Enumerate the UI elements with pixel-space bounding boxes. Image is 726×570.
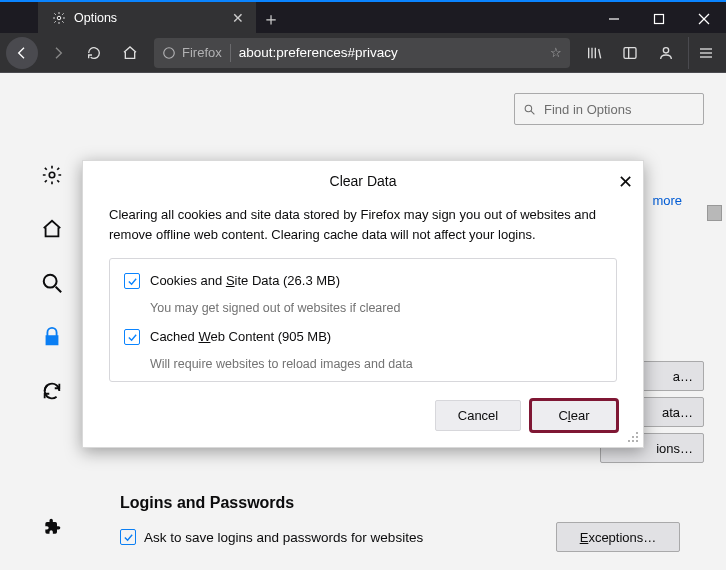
reload-button[interactable] bbox=[78, 37, 110, 69]
option-cookies-label: Cookies and Site Data (26.3 MB) bbox=[150, 273, 340, 289]
svg-rect-6 bbox=[624, 47, 636, 58]
titlebar: Options ✕ ＋ bbox=[0, 0, 726, 33]
window-close[interactable] bbox=[681, 2, 726, 35]
option-cookies-checkbox[interactable] bbox=[124, 273, 140, 289]
home-button[interactable] bbox=[114, 37, 146, 69]
separator bbox=[230, 44, 231, 62]
url-bar[interactable]: Firefox about:preferences#privacy ☆ bbox=[154, 38, 570, 68]
url-text: about:preferences#privacy bbox=[239, 45, 398, 60]
dialog-description: Clearing all cookies and site data store… bbox=[109, 205, 617, 244]
library-icon[interactable] bbox=[578, 37, 610, 69]
svg-point-21 bbox=[632, 436, 634, 438]
browser-tab[interactable]: Options ✕ bbox=[38, 0, 256, 33]
option-cache-label: Cached Web Content (905 MB) bbox=[150, 329, 331, 345]
dialog-header: Clear Data ✕ bbox=[83, 161, 643, 201]
identity-box[interactable]: Firefox bbox=[162, 45, 222, 60]
menu-button[interactable] bbox=[688, 37, 722, 69]
window-maximize[interactable] bbox=[636, 2, 681, 35]
window-controls bbox=[591, 2, 726, 35]
svg-point-22 bbox=[636, 440, 638, 442]
svg-point-0 bbox=[57, 16, 61, 20]
firefox-icon bbox=[162, 46, 176, 60]
account-icon[interactable] bbox=[650, 37, 682, 69]
sidebar-icon[interactable] bbox=[614, 37, 646, 69]
clear-data-dialog: Clear Data ✕ Clearing all cookies and si… bbox=[82, 160, 644, 448]
dialog-title: Clear Data bbox=[330, 173, 397, 189]
bookmark-star-icon[interactable]: ☆ bbox=[550, 45, 562, 60]
svg-point-23 bbox=[632, 440, 634, 442]
svg-point-20 bbox=[636, 436, 638, 438]
identity-label: Firefox bbox=[182, 45, 222, 60]
resize-grip-icon[interactable] bbox=[627, 431, 639, 443]
dialog-close-button[interactable]: ✕ bbox=[618, 171, 633, 193]
svg-point-8 bbox=[663, 47, 668, 52]
forward-button[interactable] bbox=[42, 37, 74, 69]
option-cache-checkbox[interactable] bbox=[124, 329, 140, 345]
svg-point-24 bbox=[628, 440, 630, 442]
back-button[interactable] bbox=[6, 37, 38, 69]
svg-point-5 bbox=[164, 47, 175, 58]
svg-rect-2 bbox=[654, 14, 663, 23]
gear-icon bbox=[52, 11, 66, 25]
toolbar: Firefox about:preferences#privacy ☆ bbox=[0, 33, 726, 73]
close-icon[interactable]: ✕ bbox=[230, 10, 246, 26]
cancel-button[interactable]: Cancel bbox=[435, 400, 521, 431]
option-cache-sub: Will require websites to reload images a… bbox=[150, 357, 602, 371]
option-cookies-row: Cookies and Site Data (26.3 MB) bbox=[124, 273, 602, 289]
dialog-footer: Cancel Clear bbox=[83, 400, 643, 447]
option-cookies-sub: You may get signed out of websites if cl… bbox=[150, 301, 602, 315]
svg-point-19 bbox=[636, 432, 638, 434]
clear-button[interactable]: Clear bbox=[531, 400, 617, 431]
tab-title: Options bbox=[74, 11, 230, 25]
new-tab-button[interactable]: ＋ bbox=[256, 2, 286, 35]
window-minimize[interactable] bbox=[591, 2, 636, 35]
option-cache-row: Cached Web Content (905 MB) bbox=[124, 329, 602, 345]
options-box: Cookies and Site Data (26.3 MB) You may … bbox=[109, 258, 617, 382]
